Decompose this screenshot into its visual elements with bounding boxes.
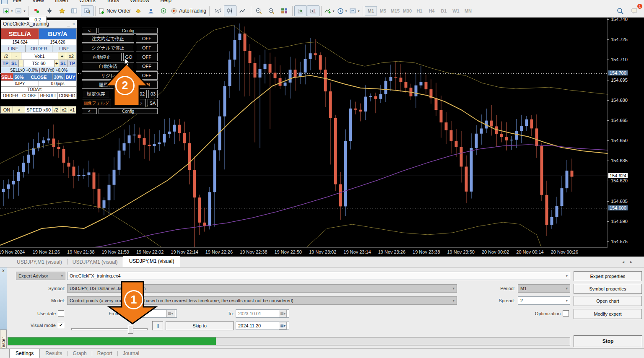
speed-value[interactable]: SPEED x60: [25, 106, 52, 114]
metaeditor-icon[interactable]: [145, 5, 157, 16]
stop-button[interactable]: Stop: [574, 335, 642, 347]
chart-tab-2[interactable]: USDJPY,M1 (visual): [123, 256, 181, 267]
menu-charts[interactable]: Charts: [79, 0, 95, 3]
chart-tab-1[interactable]: USDJPY,M1 (visual): [68, 257, 123, 267]
close-30-button[interactable]: 30%: [52, 73, 65, 81]
config-back-button-bottom[interactable]: <: [82, 108, 97, 114]
sell-all-button[interactable]: SELL/A: [1, 28, 39, 39]
expert-advisors-icon[interactable]: [132, 5, 145, 16]
to-date-field[interactable]: 2023.10.01 ▦▾: [236, 309, 289, 318]
menu-insert[interactable]: Insert: [55, 0, 69, 3]
config-row-value[interactable]: OFF: [136, 44, 158, 52]
menu-view[interactable]: View: [32, 0, 44, 3]
spread-select[interactable]: 2▾: [518, 296, 570, 305]
strategy-tester-icon[interactable]: [81, 5, 93, 16]
crosshair-icon[interactable]: [43, 5, 56, 16]
templates-button[interactable]: ▾: [348, 5, 361, 16]
ocf-order-button[interactable]: ORDER: [1, 92, 20, 99]
indicators-button[interactable]: ▾: [323, 5, 336, 16]
broadcast-icon[interactable]: [157, 5, 170, 16]
symbol-properties-button[interactable]: Symbol properties: [574, 284, 642, 294]
skip-date-field[interactable]: 2024.11.20 ▦▾: [236, 322, 289, 330]
tester-tab-settings[interactable]: Settings: [9, 349, 40, 358]
timeframe-m1[interactable]: M1: [365, 6, 377, 16]
search-icon[interactable]: [614, 5, 626, 16]
calendar-icon[interactable]: ▦▾: [166, 310, 174, 317]
tab-scroll-arrows[interactable]: ◂▸: [622, 259, 638, 264]
optimization-checkbox[interactable]: [563, 310, 569, 316]
timeframe-h1[interactable]: H1: [413, 6, 426, 16]
sell-line-button[interactable]: LINE: [1, 45, 26, 52]
bar-chart-icon[interactable]: [211, 5, 224, 16]
calendar-icon[interactable]: ▦▾: [279, 310, 287, 317]
buy-line-button[interactable]: LINE: [52, 45, 77, 52]
config-footer[interactable]: Config: [99, 108, 158, 114]
modify-expert-button[interactable]: Modify expert: [574, 309, 642, 319]
timeframe-m15[interactable]: M15: [389, 6, 401, 16]
zoom-out-icon[interactable]: [265, 5, 278, 16]
speed-fast-button[interactable]: >1: [68, 106, 76, 114]
market-watch-icon[interactable]: [31, 5, 43, 16]
autotrading-button[interactable]: AutoTrading: [170, 5, 208, 16]
line-chart-icon[interactable]: [236, 5, 249, 16]
timeframe-m30[interactable]: M30: [401, 6, 413, 16]
close-buy-button[interactable]: BUY: [64, 73, 77, 81]
speed-on-button[interactable]: ON: [0, 106, 13, 114]
timeframe-m5[interactable]: M5: [377, 6, 389, 16]
period-select[interactable]: M1▾: [518, 284, 570, 293]
timeframe-w1[interactable]: W1: [450, 6, 462, 16]
close-all-button[interactable]: CLOSE: [25, 73, 53, 81]
tp-right-button[interactable]: TP: [68, 60, 77, 67]
tester-type-select[interactable]: Expert Advisor▾: [16, 272, 65, 280]
chart-tab-0[interactable]: USDJPY,M1 (visual): [12, 257, 67, 267]
config-row-label[interactable]: 注文約定で停止: [82, 34, 134, 43]
ocf-close-button[interactable]: CLOSE: [20, 92, 39, 99]
buy-all-button[interactable]: BUY/A: [39, 28, 77, 39]
tester-close-icon[interactable]: x: [1, 268, 6, 273]
new-order-button[interactable]: New Order: [97, 5, 132, 16]
objects-icon[interactable]: [56, 5, 68, 16]
zoom-in-icon[interactable]: [253, 5, 265, 16]
use-date-checkbox[interactable]: [58, 310, 64, 316]
expert-properties-button[interactable]: Expert properties: [574, 271, 642, 281]
auto-scroll-icon[interactable]: [294, 5, 307, 16]
vol-double-button[interactable]: x2: [66, 52, 77, 60]
candlestick-icon[interactable]: [224, 5, 236, 16]
profiles-button[interactable]: ▾: [14, 5, 27, 16]
vol-plus-button[interactable]: +: [58, 52, 66, 60]
config-row-value[interactable]: OFF: [136, 34, 158, 43]
skip-to-button[interactable]: Skip to: [166, 321, 234, 330]
config-back-button[interactable]: <: [82, 28, 97, 34]
order-button[interactable]: ORDER: [25, 45, 52, 52]
close-sell-button[interactable]: SELL: [1, 73, 13, 81]
data-window-icon[interactable]: [68, 5, 81, 16]
menu-file[interactable]: File: [13, 0, 21, 3]
config-header[interactable]: Config: [99, 28, 158, 34]
tile-windows-icon[interactable]: [278, 5, 291, 16]
volume-field[interactable]: Vol:1: [21, 52, 58, 60]
sl-left-button[interactable]: SL: [10, 60, 19, 67]
periods-button[interactable]: ▾: [336, 5, 348, 16]
speed-step-button[interactable]: >: [13, 106, 25, 114]
timeframe-d1[interactable]: D1: [438, 6, 450, 16]
tester-tab-journal[interactable]: Journal: [118, 350, 144, 357]
open-chart-button[interactable]: Open chart: [574, 296, 642, 306]
speed-double-button[interactable]: x2: [60, 106, 68, 114]
minimize-icon[interactable]: _: [67, 21, 70, 26]
tester-tab-results[interactable]: Results: [40, 350, 67, 357]
close-icon[interactable]: ×: [73, 21, 75, 26]
expert-name-select[interactable]: OneClickFX_training.ex4▾: [67, 272, 570, 280]
vol-half-button[interactable]: /2: [1, 52, 11, 60]
menu-window[interactable]: Window: [130, 0, 149, 3]
menu-tools[interactable]: Tools: [106, 0, 119, 3]
visual-mode-checkbox[interactable]: ✔: [58, 322, 64, 328]
tester-tab-graph[interactable]: Graph: [68, 350, 91, 357]
vol-minus-button[interactable]: -: [11, 52, 21, 60]
ocf-config-button[interactable]: CONFIG: [57, 92, 77, 99]
speed-half-button[interactable]: /2: [52, 106, 60, 114]
ocf-result-button[interactable]: RESULT: [39, 92, 58, 99]
tester-tab-report[interactable]: Report: [92, 350, 117, 357]
new-chart-button[interactable]: ▾: [2, 5, 14, 16]
close-50-button[interactable]: 50%: [13, 73, 25, 81]
calendar-icon[interactable]: ▦▾: [279, 322, 287, 329]
